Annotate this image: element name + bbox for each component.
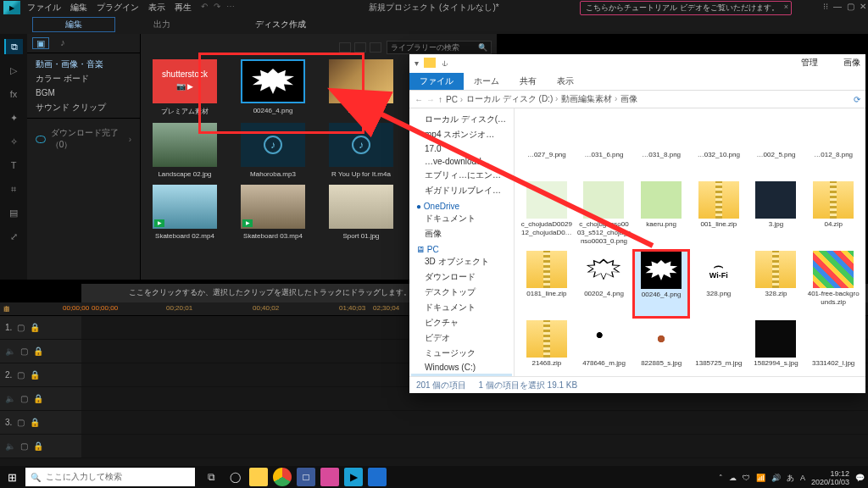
menu-view[interactable]: 表示 xyxy=(148,2,165,14)
tray-ime-icon[interactable]: あ xyxy=(787,473,794,484)
timeline-track[interactable]: 🔈▢🔒 xyxy=(0,435,868,458)
file-item[interactable]: 478646_m.jpg xyxy=(577,320,632,376)
tool-audio-icon[interactable]: ▤ xyxy=(4,205,23,220)
app1-icon[interactable]: □ xyxy=(297,468,315,486)
nav-up-icon[interactable]: ↑ xyxy=(438,95,442,104)
refresh-icon[interactable]: ⟳ xyxy=(854,95,860,104)
chrome-icon[interactable] xyxy=(273,468,292,486)
nav-item[interactable]: ピクチャ xyxy=(411,315,512,330)
explorer-filegrid[interactable]: …027_9.png…031_6.png…031_8.png…032_10.pn… xyxy=(515,108,865,376)
maximize-icon[interactable]: ▢ xyxy=(847,2,854,11)
explorer-sysmenu-icon[interactable]: ▾ xyxy=(415,58,419,68)
file-item[interactable]: …002_5.png xyxy=(749,112,804,178)
timeline-track[interactable]: 3. ▢🔒 xyxy=(0,411,868,435)
download-status[interactable]: ダウンロード完了（0） › xyxy=(27,118,140,159)
file-item[interactable]: 401-free-backgrounds.zip xyxy=(806,251,860,317)
nav-item[interactable]: Windows (C:) xyxy=(411,361,512,374)
powerdirector-taskbar-icon[interactable]: ▶ xyxy=(344,468,363,486)
lib-cat-bgm[interactable]: BGM xyxy=(36,86,131,100)
ribbon-share-tab[interactable]: 共有 xyxy=(509,73,547,90)
nav-item[interactable]: mp4 スポンジオ… xyxy=(411,127,512,142)
file-item[interactable]: 00202_4.png xyxy=(577,251,632,317)
menu-more-icon[interactable]: ↶ ↷ ⋯ xyxy=(201,2,236,14)
app3-icon[interactable] xyxy=(368,468,387,486)
taskview-icon[interactable]: ⧉ xyxy=(202,468,220,486)
nav-item[interactable]: …ve-download… xyxy=(411,155,512,168)
nav-item[interactable]: ダウンロード xyxy=(411,269,512,285)
nav-item[interactable]: ドキュメント xyxy=(411,300,512,315)
cortana-icon[interactable]: ◯ xyxy=(225,468,244,486)
tray-ime2-icon[interactable]: A xyxy=(800,474,805,482)
file-item[interactable]: 822885_s.jpg xyxy=(634,320,688,376)
ribbon-home-tab[interactable]: ホーム xyxy=(464,73,509,90)
file-item[interactable]: 00246_4.png xyxy=(634,251,688,317)
file-item[interactable]: 3.jpg xyxy=(749,181,804,247)
file-item[interactable]: c_chojudaD0029 12_chojudaD0… xyxy=(520,181,574,247)
path-seg-drive[interactable]: ローカル ディスク (D:) xyxy=(466,93,558,105)
nav-item[interactable]: ビデオ xyxy=(411,330,512,346)
nav-item[interactable]: 画像 xyxy=(411,226,512,241)
settings-icon[interactable]: ⁝⁝ xyxy=(823,2,828,11)
nav-item[interactable]: 3D オブジェクト xyxy=(411,254,512,269)
tool-overlay-icon[interactable]: ✦ xyxy=(4,110,23,125)
tray-clock[interactable]: 19:12 2020/10/03 xyxy=(811,469,849,486)
nav-item[interactable]: ドキュメント xyxy=(411,211,512,226)
track-header[interactable]: 3. ▢🔒 xyxy=(0,411,81,434)
track-header[interactable]: 2. ▢🔒 xyxy=(0,363,81,386)
taskbar-search-input[interactable]: 🔍 ここに入力して検索 xyxy=(25,468,195,486)
lib-cat-media[interactable]: 動画・画像・音楽 xyxy=(36,57,131,71)
nav-item[interactable]: ミュージック xyxy=(411,346,512,361)
file-item[interactable]: kaeru.png xyxy=(634,181,688,247)
tool-fx-icon[interactable]: fx xyxy=(4,86,23,102)
nav-fwd-icon[interactable]: → xyxy=(426,95,435,104)
media-thumb[interactable]: ▶Skateboard 03.mp4 xyxy=(234,185,312,240)
tool-media-icon[interactable]: ⧉ xyxy=(4,39,23,54)
explorer-titlebar[interactable]: ▾ ⫝ 管理 画像 xyxy=(409,54,865,71)
file-item[interactable]: …027_9.png xyxy=(520,112,574,178)
track-header[interactable]: 🔈▢🔒 xyxy=(0,435,81,458)
media-thumb[interactable]: Sport 01.jpg xyxy=(322,185,400,240)
file-item[interactable]: 328.zip xyxy=(749,251,804,317)
mode-output-button[interactable]: 出力 xyxy=(120,15,203,34)
close-icon[interactable]: ✕ xyxy=(860,2,866,11)
tool-transition-icon[interactable]: ▷ xyxy=(4,63,23,78)
file-item[interactable]: 04.zip xyxy=(806,181,860,247)
ribbon-file-tab[interactable]: ファイル xyxy=(409,73,464,90)
explorer-navpane[interactable]: ローカル ディスク(…mp4 スポンジオ…17.0…ve-download…エブ… xyxy=(409,108,515,376)
explorer-window[interactable]: ▾ ⫝ 管理 画像 ファイル ホーム 共有 表示 ピクチャ ツール ← → ↑ … xyxy=(409,54,865,393)
tutorial-banner[interactable]: こちらからチュートリアル ビデオをご覧いただけます。 xyxy=(580,1,792,15)
tool-subtitle-icon[interactable]: ⤢ xyxy=(4,229,23,244)
file-item[interactable]: …032_10.png xyxy=(692,112,746,178)
nav-item[interactable]: ローカル ディスク(… xyxy=(411,112,512,127)
tray-wifi-icon[interactable]: 📶 xyxy=(756,474,765,482)
tray-shield-icon[interactable]: 🛡 xyxy=(743,474,750,482)
file-item[interactable]: …012_8.png xyxy=(806,112,860,178)
tray-volume-icon[interactable]: 🔊 xyxy=(771,474,781,482)
explorer-pin-icon[interactable]: ⫝ xyxy=(441,58,449,68)
file-item[interactable]: 3331402_l.jpg xyxy=(806,320,860,376)
lib-tab-media-icon[interactable]: ▣ xyxy=(32,37,49,49)
menu-file[interactable]: ファイル xyxy=(27,2,61,14)
tool-particle-icon[interactable]: ✧ xyxy=(4,134,23,149)
media-view-toggle[interactable] xyxy=(339,42,381,53)
path-seg-folder2[interactable]: 画像 xyxy=(620,93,637,105)
app2-icon[interactable] xyxy=(320,468,339,486)
library-search-input[interactable]: ライブラリーの検索 xyxy=(387,41,492,54)
menu-edit[interactable]: 編集 xyxy=(70,2,87,14)
lib-cat-colorboard[interactable]: カラー ボード xyxy=(36,71,131,86)
tray-notification-icon[interactable]: 💬 xyxy=(855,474,865,482)
file-item[interactable]: 001_line.zip xyxy=(692,181,746,247)
file-item[interactable]: 21468.zip xyxy=(520,320,574,376)
file-item[interactable]: …031_6.png xyxy=(577,112,632,178)
tool-template-icon[interactable]: ⌗ xyxy=(4,181,23,197)
lib-tab-audio-icon[interactable]: ♪ xyxy=(54,37,71,49)
nav-item[interactable]: エブリィ…にエン… xyxy=(411,168,512,183)
nav-item[interactable]: 17.0 xyxy=(411,142,512,155)
nav-item[interactable]: デスクトップ xyxy=(411,285,512,300)
media-thumb[interactable]: ▶Skateboard 02.mp4 xyxy=(146,185,224,240)
nav-item[interactable]: ローカル ディスク (D… xyxy=(411,374,512,376)
explorer-icon[interactable] xyxy=(249,468,268,486)
file-item[interactable]: …031_8.png xyxy=(634,112,688,178)
tray-up-icon[interactable]: ˄ xyxy=(719,474,723,482)
mode-disc-button[interactable]: ディスク作成 xyxy=(217,15,344,34)
